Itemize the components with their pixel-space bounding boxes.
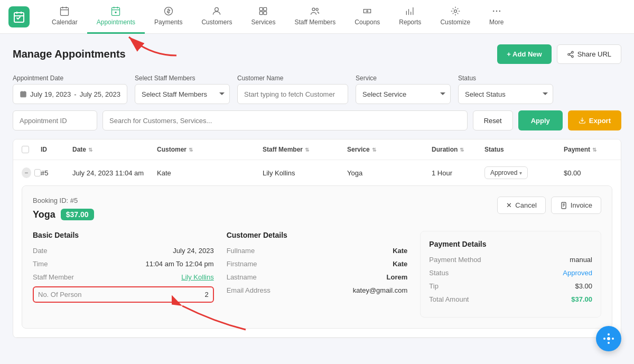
appointment-id-input[interactable]	[13, 110, 97, 130]
row-customer: Kate	[157, 169, 263, 177]
svg-point-32	[603, 338, 605, 340]
staff-filter-select[interactable]: Select Staff Members	[135, 84, 230, 104]
customer-filter-label: Customer Name	[237, 74, 348, 82]
nav-calendar[interactable]: Calendar	[42, 0, 87, 34]
svg-point-5	[215, 7, 219, 11]
svg-point-12	[454, 10, 456, 13]
filters-row-1: Appointment Date July 19, 2023 - July 25…	[13, 74, 621, 104]
col-customer: Customer ⇅	[157, 146, 263, 153]
detail-no-of-person: No. Of Person 2	[33, 286, 214, 303]
header-actions: + Add New Share URL	[497, 44, 621, 64]
customer-details-title: Customer Details	[227, 231, 408, 239]
service-filter-label: Service	[356, 74, 451, 82]
svg-point-31	[608, 342, 610, 344]
select-all-checkbox[interactable]	[22, 146, 29, 153]
col-payment: Payment ⇅	[564, 146, 621, 153]
row-checkbox[interactable]	[34, 169, 41, 176]
top-nav: Calendar Appointments Payments Customers…	[0, 0, 634, 34]
add-new-button[interactable]: + Add New	[497, 44, 551, 64]
service-filter-select[interactable]: Select Service	[356, 84, 451, 104]
detail-firstname: Firstname Kate	[227, 260, 408, 268]
payment-tip-row: Tip $3.00	[429, 282, 592, 290]
customer-sort-icon[interactable]: ⇅	[189, 147, 193, 153]
nav-customers[interactable]: Customers	[192, 0, 241, 34]
cancel-button[interactable]: ✕ Cancel	[497, 197, 545, 214]
staff-sort-icon[interactable]: ⇅	[305, 147, 309, 153]
svg-line-20	[570, 54, 572, 55]
svg-rect-8	[260, 12, 263, 15]
status-dropdown[interactable]: Approved ▾	[484, 166, 528, 179]
service-filter-group: Service Select Service	[356, 74, 451, 104]
svg-point-3	[115, 12, 117, 13]
status-value: Approved	[490, 169, 517, 176]
share-url-button[interactable]: Share URL	[557, 44, 621, 64]
basic-details-section: Basic Details Date July 24, 2023 Time 11…	[33, 231, 214, 318]
svg-point-14	[496, 11, 497, 12]
nav-services[interactable]: Services	[241, 0, 285, 34]
service-display: Yoga $37.00	[33, 209, 94, 220]
customer-filter-group: Customer Name	[237, 74, 348, 104]
svg-point-33	[612, 338, 614, 340]
export-button[interactable]: Export	[568, 110, 621, 130]
date-filter-label: Appointment Date	[13, 74, 127, 82]
row-expand-cell: −	[22, 167, 41, 178]
cancel-label: Cancel	[515, 201, 536, 209]
svg-point-29	[607, 337, 610, 340]
invoice-button[interactable]: Invoice	[551, 197, 601, 214]
nav-payments[interactable]: Payments	[145, 0, 192, 34]
date-sort-icon[interactable]: ⇅	[88, 147, 92, 153]
status-filter-select[interactable]: Select Status	[458, 84, 553, 104]
svg-point-18	[567, 53, 570, 55]
invoice-label: Invoice	[571, 201, 592, 209]
status-filter-label: Status	[458, 74, 553, 82]
col-service: Service ⇅	[347, 146, 432, 153]
search-input[interactable]	[102, 110, 468, 130]
share-url-label: Share URL	[577, 50, 611, 58]
detail-actions: ✕ Cancel Invoice	[497, 197, 601, 214]
staff-filter-label: Select Staff Members	[135, 74, 230, 82]
nav-customize[interactable]: Customize	[431, 0, 480, 34]
row-staff-member: Lily Kollins	[263, 169, 347, 177]
nav-staff-members[interactable]: Staff Members	[285, 0, 345, 34]
nav-appointments[interactable]: Appointments	[87, 0, 145, 34]
detail-fullname: Fullname Kate	[227, 247, 408, 255]
filters-row-2: Reset Apply Export	[13, 110, 621, 130]
status-filter-group: Status Select Status	[458, 74, 553, 104]
apply-button[interactable]: Apply	[518, 110, 563, 130]
payment-total-row: Total Amount $37.00	[429, 295, 592, 303]
service-name-text: Yoga	[33, 209, 55, 220]
service-sort-icon[interactable]: ⇅	[372, 147, 376, 153]
svg-rect-9	[264, 12, 267, 15]
row-id: #5	[41, 169, 72, 177]
payment-sort-icon[interactable]: ⇅	[592, 147, 596, 153]
nav-reports[interactable]: Reports	[389, 0, 431, 34]
app-logo[interactable]	[8, 6, 30, 27]
nav-more[interactable]: More	[480, 0, 513, 34]
row-collapse-icon[interactable]: −	[22, 167, 31, 178]
svg-point-30	[608, 333, 610, 335]
nav-coupons[interactable]: Coupons	[345, 0, 389, 34]
date-range-picker[interactable]: July 19, 2023 - July 25, 2023	[13, 84, 127, 104]
customer-filter-input[interactable]	[237, 84, 348, 104]
payment-details-title: Payment Details	[429, 240, 592, 248]
date-filter-group: Appointment Date July 19, 2023 - July 25…	[13, 74, 127, 104]
booking-detail-panel: Booking ID: #5 Yoga $37.00 ✕ Cancel	[22, 185, 612, 329]
row-payment: $0.00	[564, 169, 621, 177]
svg-point-19	[571, 55, 573, 58]
col-id: ID	[41, 146, 72, 153]
expanded-row-details: Booking ID: #5 Yoga $37.00 ✕ Cancel	[13, 185, 621, 329]
detail-date: Date July 24, 2023	[33, 247, 214, 255]
details-grid: Basic Details Date July 24, 2023 Time 11…	[33, 231, 601, 318]
appointments-table: ID Date ⇅ Customer ⇅ Staff Member ⇅ Serv…	[13, 139, 621, 338]
row-duration: 1 Hour	[432, 169, 484, 177]
reset-button[interactable]: Reset	[473, 110, 513, 130]
fab-button[interactable]	[596, 326, 621, 349]
row-date: July 24, 2023 11:04 am	[72, 169, 157, 177]
row-service: Yoga	[347, 169, 432, 177]
duration-sort-icon[interactable]: ⇅	[460, 147, 464, 153]
col-date: Date ⇅	[72, 146, 157, 153]
svg-point-13	[493, 11, 495, 12]
svg-rect-6	[260, 7, 263, 11]
page-header: Manage Appointments + Add New Share URL	[13, 44, 621, 64]
detail-lastname: Lastname Lorem	[227, 273, 408, 281]
